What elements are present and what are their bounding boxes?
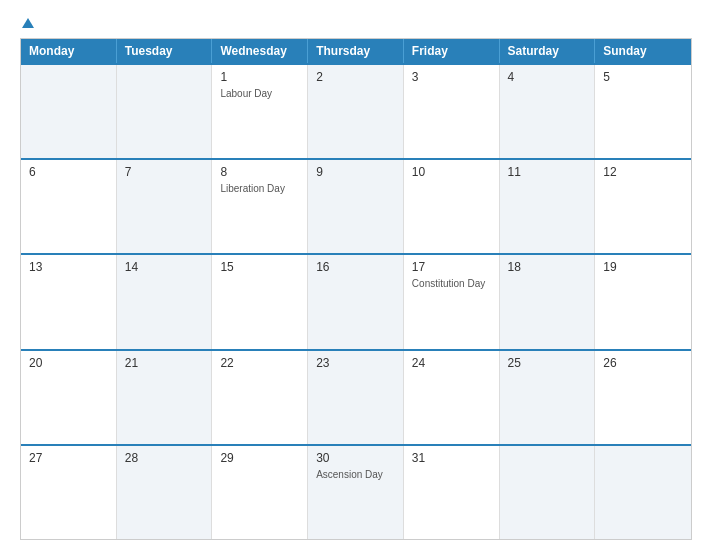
day-number: 5 — [603, 70, 683, 84]
day-number: 8 — [220, 165, 299, 179]
col-monday: Monday — [21, 39, 117, 63]
cal-cell: 22 — [212, 351, 308, 444]
holiday-name: Labour Day — [220, 87, 299, 100]
week-row-5: 27282930Ascension Day31 — [21, 444, 691, 539]
day-number: 21 — [125, 356, 204, 370]
day-number: 25 — [508, 356, 587, 370]
cal-cell: 17Constitution Day — [404, 255, 500, 348]
col-sunday: Sunday — [595, 39, 691, 63]
cal-cell — [117, 65, 213, 158]
cal-cell: 28 — [117, 446, 213, 539]
day-number: 3 — [412, 70, 491, 84]
day-number: 16 — [316, 260, 395, 274]
day-number: 9 — [316, 165, 395, 179]
calendar-header: Monday Tuesday Wednesday Thursday Friday… — [21, 39, 691, 63]
cal-cell — [21, 65, 117, 158]
cal-cell — [595, 446, 691, 539]
day-number: 18 — [508, 260, 587, 274]
holiday-name: Ascension Day — [316, 468, 395, 481]
day-number: 11 — [508, 165, 587, 179]
page: Monday Tuesday Wednesday Thursday Friday… — [0, 0, 712, 550]
cal-cell: 29 — [212, 446, 308, 539]
day-number: 14 — [125, 260, 204, 274]
cal-cell: 8Liberation Day — [212, 160, 308, 253]
day-number: 27 — [29, 451, 108, 465]
col-friday: Friday — [404, 39, 500, 63]
cal-cell: 13 — [21, 255, 117, 348]
cal-cell: 10 — [404, 160, 500, 253]
day-number: 15 — [220, 260, 299, 274]
day-number: 7 — [125, 165, 204, 179]
cal-cell: 19 — [595, 255, 691, 348]
day-number: 26 — [603, 356, 683, 370]
cal-cell: 24 — [404, 351, 500, 444]
day-number: 24 — [412, 356, 491, 370]
day-number: 6 — [29, 165, 108, 179]
day-number: 23 — [316, 356, 395, 370]
day-number: 4 — [508, 70, 587, 84]
cal-cell: 4 — [500, 65, 596, 158]
cal-cell: 15 — [212, 255, 308, 348]
cal-cell: 23 — [308, 351, 404, 444]
cal-cell: 1Labour Day — [212, 65, 308, 158]
cal-cell: 12 — [595, 160, 691, 253]
cal-cell: 2 — [308, 65, 404, 158]
week-row-2: 678Liberation Day9101112 — [21, 158, 691, 253]
day-number: 12 — [603, 165, 683, 179]
cal-cell: 11 — [500, 160, 596, 253]
holiday-name: Constitution Day — [412, 277, 491, 290]
day-number: 10 — [412, 165, 491, 179]
cal-cell — [500, 446, 596, 539]
col-wednesday: Wednesday — [212, 39, 308, 63]
cal-cell: 25 — [500, 351, 596, 444]
cal-cell: 27 — [21, 446, 117, 539]
calendar-body: 1Labour Day2345678Liberation Day91011121… — [21, 63, 691, 539]
cal-cell: 21 — [117, 351, 213, 444]
day-number: 31 — [412, 451, 491, 465]
day-number: 13 — [29, 260, 108, 274]
week-row-3: 1314151617Constitution Day1819 — [21, 253, 691, 348]
header — [20, 18, 692, 28]
calendar: Monday Tuesday Wednesday Thursday Friday… — [20, 38, 692, 540]
col-thursday: Thursday — [308, 39, 404, 63]
day-number: 1 — [220, 70, 299, 84]
day-number: 17 — [412, 260, 491, 274]
cal-cell: 20 — [21, 351, 117, 444]
cal-cell: 30Ascension Day — [308, 446, 404, 539]
week-row-4: 20212223242526 — [21, 349, 691, 444]
cal-cell: 14 — [117, 255, 213, 348]
day-number: 20 — [29, 356, 108, 370]
cal-cell: 9 — [308, 160, 404, 253]
week-row-1: 1Labour Day2345 — [21, 63, 691, 158]
day-number: 22 — [220, 356, 299, 370]
cal-cell: 31 — [404, 446, 500, 539]
cal-cell: 3 — [404, 65, 500, 158]
holiday-name: Liberation Day — [220, 182, 299, 195]
cal-cell: 18 — [500, 255, 596, 348]
col-saturday: Saturday — [500, 39, 596, 63]
cal-cell: 26 — [595, 351, 691, 444]
col-tuesday: Tuesday — [117, 39, 213, 63]
day-number: 29 — [220, 451, 299, 465]
day-number: 19 — [603, 260, 683, 274]
day-number: 2 — [316, 70, 395, 84]
cal-cell: 16 — [308, 255, 404, 348]
logo — [20, 18, 36, 28]
cal-cell: 5 — [595, 65, 691, 158]
day-number: 30 — [316, 451, 395, 465]
cal-cell: 6 — [21, 160, 117, 253]
cal-cell: 7 — [117, 160, 213, 253]
day-number: 28 — [125, 451, 204, 465]
